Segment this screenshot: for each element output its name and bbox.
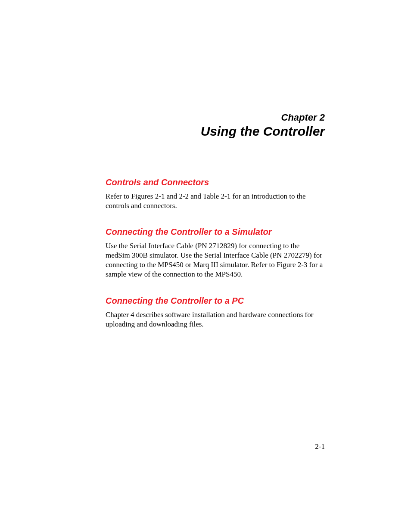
section-heading: Connecting the Controller to a Simulator (106, 227, 325, 237)
section-body: Refer to Figures 2-1 and 2-2 and Table 2… (106, 192, 325, 211)
section-controls-connectors: Controls and Connectors Refer to Figures… (106, 177, 325, 211)
section-heading: Connecting the Controller to a PC (106, 296, 325, 306)
section-connecting-pc: Connecting the Controller to a PC Chapte… (106, 296, 325, 329)
chapter-title: Using the Controller (106, 124, 325, 139)
page-number: 2-1 (315, 442, 325, 451)
section-body: Chapter 4 describes software installatio… (106, 310, 325, 329)
chapter-label: Chapter 2 (106, 112, 325, 123)
section-heading: Controls and Connectors (106, 177, 325, 187)
section-connecting-simulator: Connecting the Controller to a Simulator… (106, 227, 325, 279)
page-content: Chapter 2 Using the Controller Controls … (106, 112, 325, 345)
section-body: Use the Serial Interface Cable (PN 27128… (106, 241, 325, 279)
